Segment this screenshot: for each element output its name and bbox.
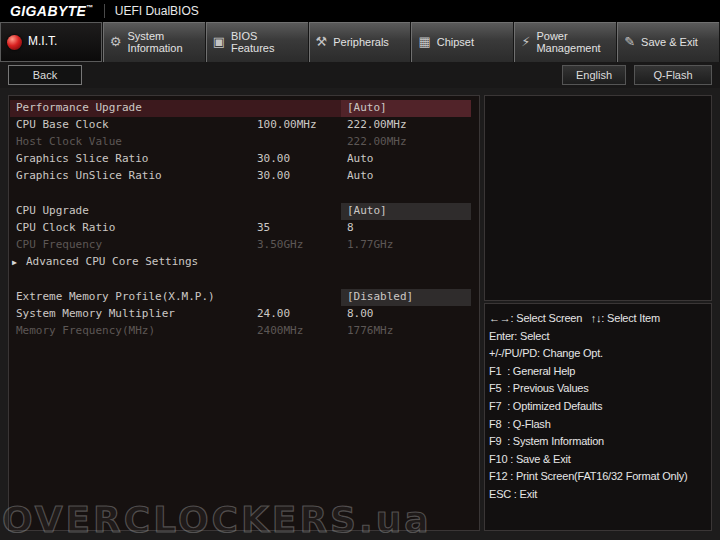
setting-label: CPU Frequency bbox=[16, 238, 102, 251]
help-line: F10 : Save & Exit bbox=[489, 451, 709, 469]
settings-list: Performance Upgrade[Auto]CPU Base Clock1… bbox=[8, 95, 480, 531]
tab-power-management[interactable]: ⚡Power Management bbox=[514, 22, 617, 62]
setting-label: Memory Frequency(MHz) bbox=[16, 324, 155, 337]
qflash-button[interactable]: Q-Flash bbox=[634, 65, 712, 85]
setting-row[interactable]: Performance Upgrade[Auto] bbox=[10, 100, 470, 117]
setting-label: Graphics UnSlice Ratio bbox=[16, 169, 162, 182]
tab-peripherals[interactable]: ⚒Peripherals bbox=[309, 22, 412, 62]
setting-value: 30.00 bbox=[257, 169, 290, 182]
setting-current-value: 222.00MHz bbox=[347, 118, 407, 131]
setting-row[interactable]: Extreme Memory Profile(X.M.P.)[Disabled] bbox=[10, 289, 470, 306]
help-line: F8 : Q-Flash bbox=[489, 416, 709, 434]
menu-tab-bar: M.I.T.⚙System Information▣BIOS Features⚒… bbox=[0, 22, 720, 62]
tab-system-information[interactable]: ⚙System Information bbox=[103, 22, 206, 62]
setting-label: CPU Upgrade bbox=[16, 204, 89, 217]
setting-value: 35 bbox=[257, 221, 270, 234]
setting-current-value: 1776MHz bbox=[347, 324, 393, 337]
setting-row[interactable]: Graphics UnSlice Ratio30.00Auto bbox=[10, 168, 470, 185]
tab-label: Power Management bbox=[536, 30, 609, 54]
setting-current-value: [Disabled] bbox=[341, 289, 471, 306]
setting-row: Host Clock Value222.00MHz bbox=[10, 134, 470, 151]
help-line: Enter: Select bbox=[489, 328, 709, 346]
setting-label: Host Clock Value bbox=[16, 135, 122, 148]
tab-label: Peripherals bbox=[333, 36, 389, 48]
toolbar: Back English Q-Flash bbox=[0, 62, 720, 88]
tab-label: BIOS Features bbox=[231, 30, 301, 54]
setting-current-value: 8.00 bbox=[347, 307, 374, 320]
top-bar: GIGABYTE™ UEFI DualBIOS bbox=[0, 0, 720, 22]
language-button[interactable]: English bbox=[562, 65, 626, 85]
setting-current-value: 1.77GHz bbox=[347, 238, 393, 251]
setting-value: 30.00 bbox=[257, 152, 290, 165]
divider bbox=[104, 4, 105, 18]
setting-row[interactable]: CPU Clock Ratio358 bbox=[10, 220, 470, 237]
help-line: F5 : Previous Values bbox=[489, 380, 709, 398]
help-line: F9 : System Information bbox=[489, 433, 709, 451]
setting-current-value: Auto bbox=[347, 169, 374, 182]
help-line: F1 : General Help bbox=[489, 363, 709, 381]
help-line: +/-/PU/PD: Change Opt. bbox=[489, 345, 709, 363]
tab-save-exit[interactable]: ✎Save & Exit bbox=[617, 22, 720, 62]
setting-value: 3.50GHz bbox=[257, 238, 303, 251]
setting-label: CPU Base Clock bbox=[16, 118, 109, 131]
setting-row[interactable]: Graphics Slice Ratio30.00Auto bbox=[10, 151, 470, 168]
setting-value: 100.00MHz bbox=[257, 118, 317, 131]
info-panel bbox=[484, 95, 712, 301]
chipset-icon: ▦ bbox=[418, 35, 430, 49]
power-gear-icon: ⚡ bbox=[521, 35, 530, 49]
setting-label: Performance Upgrade bbox=[16, 101, 142, 114]
setting-row[interactable]: CPU Base Clock100.00MHz222.00MHz bbox=[10, 117, 470, 134]
setting-label: Advanced CPU Core Settings bbox=[26, 255, 198, 268]
help-line: ←→: Select Screen ↑↓: Select Item bbox=[489, 310, 709, 328]
wrench-gear-icon: ⚙ bbox=[110, 35, 122, 49]
setting-row[interactable]: System Memory Multiplier24.008.00 bbox=[10, 306, 470, 323]
tab-mit[interactable]: M.I.T. bbox=[0, 22, 103, 62]
expand-arrow-icon: ▶ bbox=[12, 258, 17, 267]
setting-label: System Memory Multiplier bbox=[16, 307, 175, 320]
setting-row[interactable]: CPU Upgrade[Auto] bbox=[10, 203, 470, 220]
bios-screen: GIGABYTE™ UEFI DualBIOS M.I.T.⚙System In… bbox=[0, 0, 720, 540]
setting-label: Graphics Slice Ratio bbox=[16, 152, 148, 165]
setting-label: Extreme Memory Profile(X.M.P.) bbox=[16, 290, 215, 303]
setting-row[interactable]: ▶Advanced CPU Core Settings bbox=[10, 254, 470, 271]
setting-value: 24.00 bbox=[257, 307, 290, 320]
setting-current-value: [Auto] bbox=[341, 100, 471, 117]
peripherals-icon: ⚒ bbox=[316, 35, 328, 49]
back-button[interactable]: Back bbox=[8, 65, 82, 85]
tab-bios-features[interactable]: ▣BIOS Features bbox=[206, 22, 309, 62]
save-exit-icon: ✎ bbox=[624, 35, 635, 49]
setting-current-value: Auto bbox=[347, 152, 374, 165]
trademark-mark: ™ bbox=[86, 4, 93, 11]
gigabyte-logo: GIGABYTE™ bbox=[10, 3, 94, 19]
firmware-title: UEFI DualBIOS bbox=[115, 4, 199, 18]
tab-label: System Information bbox=[128, 30, 198, 54]
setting-label: CPU Clock Ratio bbox=[16, 221, 115, 234]
setting-current-value: 8 bbox=[347, 221, 354, 234]
help-list: ←→: Select Screen ↑↓: Select ItemEnter: … bbox=[484, 303, 712, 531]
help-line: ESC : Exit bbox=[489, 486, 709, 504]
tab-label: M.I.T. bbox=[28, 35, 57, 48]
help-line: F12 : Print Screen(FAT16/32 Format Only) bbox=[489, 468, 709, 486]
mit-sphere-icon bbox=[7, 35, 22, 50]
help-line: F7 : Optimized Defaults bbox=[489, 398, 709, 416]
bios-chip-icon: ▣ bbox=[213, 35, 225, 49]
setting-current-value: 222.00MHz bbox=[347, 135, 407, 148]
setting-current-value: [Auto] bbox=[341, 203, 471, 220]
setting-row: CPU Frequency3.50GHz1.77GHz bbox=[10, 237, 470, 254]
tab-chipset[interactable]: ▦Chipset bbox=[411, 22, 514, 62]
setting-row: Memory Frequency(MHz)2400MHz1776MHz bbox=[10, 323, 470, 340]
setting-value: 2400MHz bbox=[257, 324, 303, 337]
brand-text: GIGABYTE bbox=[10, 3, 86, 19]
tab-label: Chipset bbox=[437, 36, 474, 48]
tab-label: Save & Exit bbox=[641, 36, 698, 48]
